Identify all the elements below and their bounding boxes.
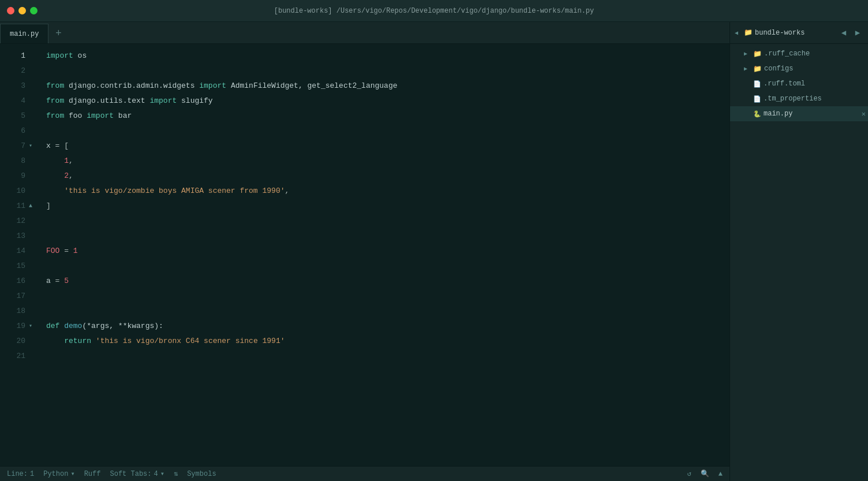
line-number-6: 6 bbox=[0, 124, 30, 139]
line-number-2: 2 bbox=[0, 64, 30, 79]
tab-bar: main.py + bbox=[0, 22, 729, 44]
sidebar-item-main-py[interactable]: 🐍main.py✕ bbox=[730, 106, 868, 121]
code-content[interactable]: import os from django.contrib.admin.widg… bbox=[42, 44, 729, 466]
tab-label: main.py bbox=[10, 30, 39, 38]
code-line-18 bbox=[42, 304, 729, 319]
file-icon: 📄 bbox=[753, 95, 761, 103]
line-number-10: 10 bbox=[0, 184, 30, 199]
line-number-5: 5 bbox=[0, 109, 30, 124]
status-right-actions: ↺ 🔍 ▲ bbox=[687, 469, 723, 478]
sidebar-item--tm-properties[interactable]: 📄.tm_properties bbox=[730, 91, 868, 106]
tree-item-close[interactable]: ✕ bbox=[862, 110, 866, 118]
code-line-4: from django.utils.text import slugify bbox=[42, 94, 729, 109]
code-line-8: 1, bbox=[42, 154, 729, 169]
sidebar-actions: ◀ ▶ bbox=[838, 27, 863, 39]
code-line-3: from django.contrib.admin.widgets import… bbox=[42, 79, 729, 94]
sidebar-nav-back[interactable]: ◀ bbox=[838, 27, 850, 39]
fold-indicator-19[interactable]: ▾ bbox=[29, 319, 32, 334]
sidebar-item--ruff-cache[interactable]: ▶📁.ruff_cache bbox=[730, 46, 868, 61]
sidebar-item--ruff-toml[interactable]: 📄.ruff.toml bbox=[730, 76, 868, 91]
sidebar-tree: ▶📁.ruff_cache▶📁configs📄.ruff.toml📄.tm_pr… bbox=[730, 44, 868, 481]
sidebar-title: bundle-works bbox=[755, 29, 836, 37]
sidebar-nav-forward[interactable]: ▶ bbox=[852, 27, 863, 39]
window-title: [bundle-works] /Users/vigo/Repos/Develop… bbox=[274, 7, 594, 15]
minimize-button[interactable] bbox=[18, 7, 26, 14]
code-line-5: from foo import bar bbox=[42, 109, 729, 124]
line-number-18: 18 bbox=[0, 304, 30, 319]
status-ruff[interactable]: Ruff bbox=[84, 470, 101, 478]
line-number-19: 19▾ bbox=[0, 319, 30, 334]
code-line-10: 'this is vigo/zombie boys AMIGA scener f… bbox=[42, 184, 729, 199]
title-bar: [bundle-works] /Users/vigo/Repos/Develop… bbox=[0, 0, 868, 22]
close-button[interactable] bbox=[7, 7, 14, 14]
tree-item-label: .ruff_cache bbox=[764, 50, 810, 58]
tree-item-label: .ruff.toml bbox=[764, 80, 805, 88]
sidebar-header: ◀ 📁 bundle-works ◀ ▶ bbox=[730, 22, 868, 44]
maximize-button[interactable] bbox=[30, 7, 38, 14]
status-encoding: ⇅ bbox=[174, 469, 178, 478]
status-line: Line: 1 bbox=[7, 470, 34, 478]
fold-indicator-11[interactable]: ▲ bbox=[29, 199, 32, 214]
window-controls bbox=[7, 7, 38, 14]
tree-item-label: main.py bbox=[764, 110, 792, 118]
sidebar: ◀ 📁 bundle-works ◀ ▶ ▶📁.ruff_cache▶📁conf… bbox=[729, 22, 868, 481]
code-line-6 bbox=[42, 124, 729, 139]
code-line-1: import os bbox=[42, 49, 729, 64]
sidebar-folder-icon: 📁 bbox=[744, 28, 753, 37]
line-number-3: 3 bbox=[0, 79, 30, 94]
line-numbers: 1234567▾891011▲1213141516171819▾2021 bbox=[0, 44, 42, 466]
line-number-4: 4 bbox=[0, 94, 30, 109]
line-number-16: 16 bbox=[0, 274, 30, 289]
code-line-2 bbox=[42, 64, 729, 79]
fold-indicator-7[interactable]: ▾ bbox=[29, 139, 32, 154]
chevron-icon: ▶ bbox=[744, 65, 751, 72]
line-number-21: 21 bbox=[0, 349, 30, 364]
code-line-12 bbox=[42, 214, 729, 229]
code-line-14: FOO = 1 bbox=[42, 244, 729, 259]
code-line-16: a = 5 bbox=[42, 274, 729, 289]
code-line-21 bbox=[42, 349, 729, 364]
code-line-11: ] bbox=[42, 199, 729, 214]
code-container: 1234567▾891011▲1213141516171819▾2021 imp… bbox=[0, 44, 729, 466]
line-number-20: 20 bbox=[0, 334, 30, 349]
code-line-9: 2, bbox=[42, 169, 729, 184]
code-line-17 bbox=[42, 289, 729, 304]
status-bar: Line: 1 Python ▾ Ruff Soft Tabs: 4 ▾ ⇅ S… bbox=[0, 466, 729, 481]
chevron-icon: ▶ bbox=[744, 50, 751, 57]
line-number-17: 17 bbox=[0, 289, 30, 304]
file-py-icon: 🐍 bbox=[753, 110, 761, 118]
file-toml-icon: 📄 bbox=[753, 80, 761, 88]
main-content: main.py + 1234567▾891011▲121314151617181… bbox=[0, 22, 868, 481]
code-line-15 bbox=[42, 259, 729, 274]
status-symbols[interactable]: Symbols bbox=[187, 470, 216, 478]
editor-area: main.py + 1234567▾891011▲121314151617181… bbox=[0, 22, 729, 481]
line-number-15: 15 bbox=[0, 259, 30, 274]
code-line-7: x = [ bbox=[42, 139, 729, 154]
code-line-13 bbox=[42, 229, 729, 244]
line-number-14: 14 bbox=[0, 244, 30, 259]
sidebar-item-configs[interactable]: ▶📁configs bbox=[730, 61, 868, 76]
folder-icon: 📁 bbox=[753, 65, 762, 73]
line-number-12: 12 bbox=[0, 214, 30, 229]
line-number-1: 1 bbox=[0, 49, 30, 64]
folder-icon: 📁 bbox=[753, 50, 762, 58]
sidebar-chevron-left[interactable]: ◀ bbox=[735, 29, 742, 36]
new-tab-button[interactable]: + bbox=[48, 24, 68, 43]
line-number-8: 8 bbox=[0, 154, 30, 169]
tab-main-py[interactable]: main.py bbox=[0, 24, 48, 43]
line-number-13: 13 bbox=[0, 229, 30, 244]
tree-item-label: .tm_properties bbox=[764, 95, 822, 103]
code-line-20: return 'this is vigo/bronx C64 scener si… bbox=[42, 334, 729, 349]
line-number-7: 7▾ bbox=[0, 139, 30, 154]
line-number-11: 11▲ bbox=[0, 199, 30, 214]
tree-item-label: configs bbox=[764, 65, 793, 73]
line-number-9: 9 bbox=[0, 169, 30, 184]
status-language[interactable]: Python ▾ bbox=[43, 469, 74, 478]
status-soft-tabs[interactable]: Soft Tabs: 4 ▾ bbox=[110, 469, 164, 478]
code-line-19: def demo(*args, **kwargs): bbox=[42, 319, 729, 334]
